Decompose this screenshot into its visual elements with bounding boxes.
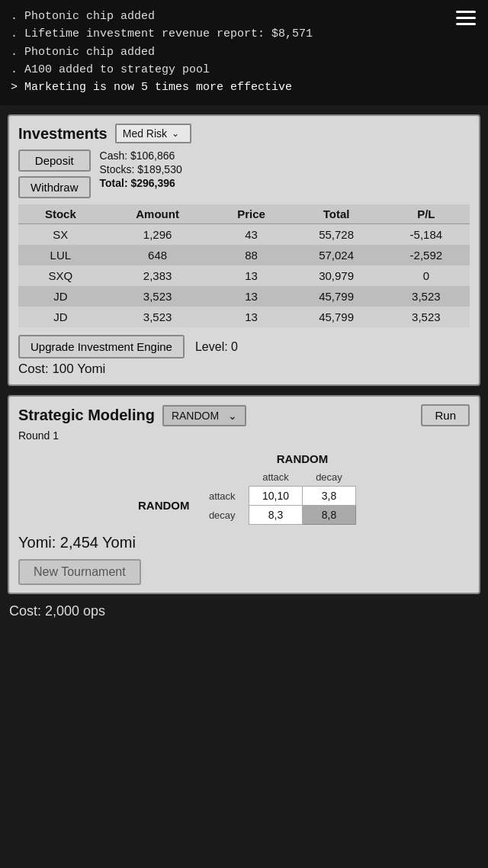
table-header-row: Stock Amount Price Total P/L (18, 204, 470, 224)
log-line: . Photonic chip added (11, 43, 477, 61)
cell-stock: JD (18, 307, 103, 327)
table-row: SX1,2964355,728-5,184 (18, 224, 470, 246)
balance-info: Cash: $106,866 Stocks: $189,530 Total: $… (100, 149, 182, 189)
cell-total: 45,799 (290, 307, 382, 327)
cell-pl: -2,592 (383, 245, 470, 265)
investments-title: Investments (18, 125, 108, 143)
cell-price: 13 (212, 307, 290, 327)
log-line: . A100 added to strategy pool (11, 61, 477, 79)
stocks-label: Stocks: $189,530 (100, 163, 182, 175)
row-label-decay: decay (196, 506, 249, 525)
investments-header: Investments Med Risk ⌄ (18, 124, 470, 143)
cell-stock: JD (18, 286, 103, 307)
hamburger-menu[interactable] (456, 11, 476, 25)
cell-total: 57,024 (290, 245, 382, 265)
matrix-attack-row: RANDOM attack 10,10 3,8 (132, 487, 356, 506)
cell-amount: 3,523 (103, 286, 213, 307)
deposit-button[interactable]: Deposit (18, 149, 91, 172)
log-line: > Marketing is now 5 times more effectiv… (11, 79, 477, 96)
col-price: Price (212, 204, 290, 224)
strategy-select[interactable]: RANDOM ⌄ (162, 405, 246, 426)
cell-total: 45,799 (290, 286, 382, 307)
chevron-down-icon: ⌄ (172, 128, 179, 139)
investments-buttons-info: Deposit Withdraw Cash: $106,866 Stocks: … (18, 149, 470, 198)
cell-amount: 2,383 (103, 265, 213, 286)
cell-total: 30,979 (290, 265, 382, 286)
log-section: . Photonic chip added. Lifetime investme… (0, 0, 488, 105)
strategy-label: RANDOM (172, 410, 219, 422)
total-label: Total: $296,396 (100, 177, 182, 189)
cell-total: 55,728 (290, 224, 382, 246)
chevron-down-icon: ⌄ (228, 410, 237, 422)
log-line: . Photonic chip added (11, 8, 477, 25)
table-row: JD3,5231345,7993,523 (18, 286, 470, 307)
table-row: SXQ2,3831330,9790 (18, 265, 470, 286)
tournament-cost: Cost: 2,000 ops (9, 603, 479, 619)
strategy-matrix: RANDOM attack decay RANDOM attack 10,10 … (18, 449, 470, 525)
strat-header: Strategic Modeling RANDOM ⌄ Run (18, 404, 470, 426)
run-button[interactable]: Run (421, 404, 470, 426)
cell-amount: 1,296 (103, 224, 213, 246)
matrix-top-spacer: RANDOM (132, 449, 356, 468)
upgrade-cost: Cost: 100 Yomi (18, 362, 470, 377)
matrix-subheader-row: attack decay (132, 468, 356, 487)
strat-title: Strategic Modeling (18, 407, 155, 424)
cell-pl: 0 (383, 265, 470, 286)
cell-attack-decay: 3,8 (303, 487, 356, 506)
stocks-table: Stock Amount Price Total P/L SX1,2964355… (18, 204, 470, 327)
risk-label: Med Risk (123, 127, 167, 140)
cell-price: 13 (212, 265, 290, 286)
table-row: LUL6488857,024-2,592 (18, 245, 470, 265)
cell-decay-attack: 8,3 (249, 506, 303, 525)
new-tournament-button[interactable]: New Tournament (18, 559, 141, 585)
cell-price: 43 (212, 224, 290, 246)
matrix-row-header: RANDOM (132, 487, 196, 525)
cell-pl: -5,184 (383, 224, 470, 246)
cell-pl: 3,523 (383, 286, 470, 307)
cell-stock: SX (18, 224, 103, 246)
yomi-label: Yomi: 2,454 Yomi (18, 534, 470, 551)
cell-stock: LUL (18, 245, 103, 265)
col-stock: Stock (18, 204, 103, 224)
cell-price: 13 (212, 286, 290, 307)
table-row: JD3,5231345,7993,523 (18, 307, 470, 327)
col-subheader-decay: decay (303, 468, 356, 487)
cell-attack-attack: 10,10 (249, 487, 303, 506)
upgrade-row: Upgrade Investment Engine Level: 0 (18, 335, 470, 358)
cell-amount: 3,523 (103, 307, 213, 327)
upgrade-button[interactable]: Upgrade Investment Engine (18, 335, 185, 358)
cell-price: 88 (212, 245, 290, 265)
withdraw-button[interactable]: Withdraw (18, 176, 91, 198)
row-label-attack: attack (196, 487, 249, 506)
level-label: Level: 0 (195, 340, 238, 354)
round-label: Round 1 (18, 429, 470, 442)
cell-stock: SXQ (18, 265, 103, 286)
col-pl: P/L (383, 204, 470, 224)
cell-decay-decay: 8,8 (303, 506, 356, 525)
strategic-modeling-card: Strategic Modeling RANDOM ⌄ Run Round 1 … (8, 395, 480, 594)
col-amount: Amount (103, 204, 213, 224)
cell-pl: 3,523 (383, 307, 470, 327)
col-subheader-attack: attack (249, 468, 303, 487)
investments-card: Investments Med Risk ⌄ Deposit Withdraw … (8, 114, 480, 386)
matrix-container: RANDOM attack decay RANDOM attack 10,10 … (132, 449, 356, 525)
cash-label: Cash: $106,866 (100, 149, 182, 162)
log-line: . Lifetime investment revenue report: $8… (11, 25, 477, 43)
action-buttons: Deposit Withdraw (18, 149, 91, 198)
risk-select[interactable]: Med Risk ⌄ (115, 124, 191, 143)
col-total: Total (290, 204, 382, 224)
matrix-col-header: RANDOM (249, 449, 356, 468)
cell-amount: 648 (103, 245, 213, 265)
